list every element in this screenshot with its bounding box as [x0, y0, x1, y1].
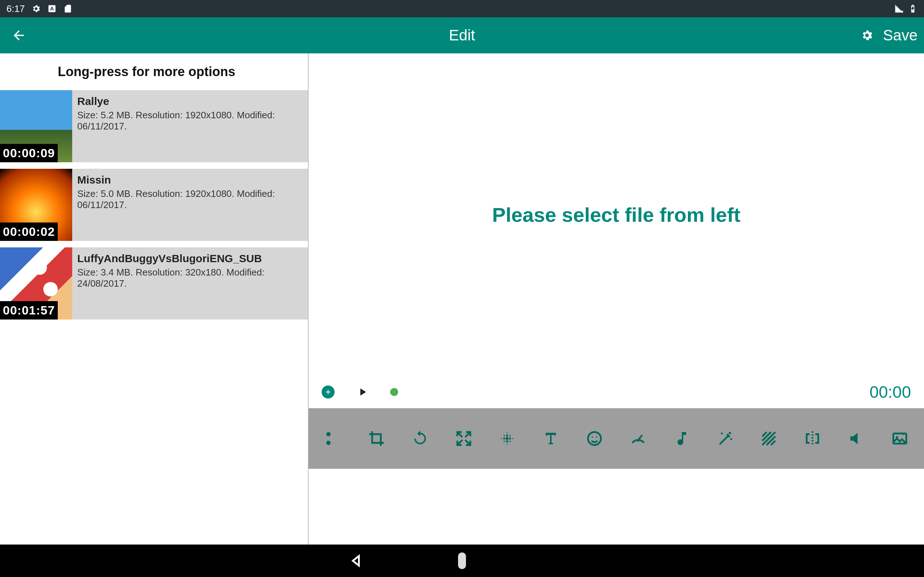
back-button[interactable] — [10, 27, 27, 44]
list-hint: Long-press for more options — [58, 53, 308, 90]
tool-effects[interactable] — [716, 429, 735, 448]
svg-point-2 — [506, 437, 509, 440]
file-list: 00:00:09 Rallye Size: 5.2 MB. Resolution… — [0, 90, 308, 326]
smile-icon — [586, 430, 603, 447]
expand-icon — [455, 430, 472, 447]
page-title: Edit — [449, 27, 475, 44]
file-detail: Size: 5.0 MB. Resolution: 1920x1080. Mod… — [77, 188, 303, 211]
preview-empty-message: Please select file from left — [492, 203, 741, 226]
svg-point-18 — [637, 440, 639, 442]
tool-fullscreen[interactable] — [454, 429, 473, 448]
sd-card-icon — [63, 4, 73, 13]
editor-pane: Please select file from left 00:00 — [309, 53, 924, 545]
nav-home-pill[interactable] — [458, 553, 466, 569]
save-button[interactable]: Save — [883, 27, 918, 44]
tool-blur[interactable] — [498, 429, 517, 448]
record-button[interactable] — [390, 388, 398, 396]
tool-volume[interactable] — [846, 429, 866, 448]
svg-point-13 — [507, 432, 508, 433]
tool-music[interactable] — [672, 429, 691, 448]
duration-badge: 00:00:09 — [0, 144, 58, 162]
image-icon — [891, 430, 908, 447]
svg-point-8 — [509, 435, 511, 436]
svg-point-14 — [507, 443, 508, 445]
record-dot-icon — [390, 388, 398, 396]
tool-speed[interactable] — [628, 429, 648, 448]
battery-charging-icon — [908, 4, 918, 13]
android-status-bar: 6:17 A — [0, 0, 924, 17]
file-thumbnail: 00:00:02 — [0, 169, 72, 241]
triangle-left-icon — [349, 554, 363, 568]
text-icon — [542, 430, 559, 447]
svg-point-5 — [506, 435, 508, 437]
svg-point-11 — [501, 438, 502, 439]
svg-point-16 — [591, 436, 593, 438]
svg-point-6 — [506, 440, 508, 443]
music-note-icon — [673, 430, 690, 447]
duration-badge: 00:00:02 — [0, 222, 58, 241]
flip-icon — [804, 430, 821, 447]
magic-wand-icon — [717, 430, 734, 447]
timeline-area[interactable] — [309, 469, 924, 545]
file-meta: Missin Size: 5.0 MB. Resolution: 1920x10… — [72, 169, 308, 241]
playback-row: 00:00 — [309, 376, 924, 408]
svg-point-9 — [504, 441, 505, 442]
signal-icon — [894, 4, 904, 13]
status-bar-left: 6:17 A — [6, 3, 73, 15]
scissors-icon — [324, 430, 341, 447]
file-list-pane: Long-press for more options 00:00:09 Ral… — [0, 53, 309, 545]
tool-cut[interactable] — [323, 429, 342, 448]
tool-mirror[interactable] — [803, 429, 822, 448]
rotate-icon — [412, 430, 429, 447]
gear-icon — [31, 4, 41, 13]
tool-texture[interactable] — [759, 429, 779, 448]
add-button[interactable] — [321, 385, 334, 398]
file-meta: Rallye Size: 5.2 MB. Resolution: 1920x10… — [72, 90, 308, 162]
file-detail: Size: 3.4 MB. Resolution: 320x180. Modif… — [77, 267, 303, 289]
duration-badge: 00:01:57 — [0, 301, 58, 319]
status-clock: 6:17 — [6, 3, 25, 15]
svg-point-4 — [509, 437, 511, 440]
keyboard-icon: A — [47, 4, 57, 13]
preview-area: Please select file from left — [309, 53, 924, 376]
gear-icon — [861, 29, 874, 42]
app-bar: Edit Save — [0, 17, 924, 53]
svg-point-17 — [596, 436, 597, 438]
tool-image[interactable] — [890, 429, 909, 448]
tool-crop[interactable] — [367, 429, 386, 448]
settings-button[interactable] — [860, 28, 874, 43]
blur-icon — [498, 430, 516, 447]
svg-point-7 — [504, 435, 505, 436]
file-thumbnail: 00:01:57 — [0, 247, 72, 319]
svg-point-3 — [503, 437, 505, 440]
nav-back-button[interactable] — [347, 553, 364, 569]
arrow-left-icon — [11, 28, 26, 43]
file-item[interactable]: 00:01:57 LuffyAndBuggyVsBlugoriENG_SUB S… — [0, 247, 308, 319]
tool-strip — [309, 408, 924, 469]
crop-icon — [368, 430, 385, 447]
file-detail: Size: 5.2 MB. Resolution: 1920x1080. Mod… — [77, 110, 303, 132]
tool-rotate[interactable] — [410, 429, 430, 448]
tool-emoji[interactable] — [585, 429, 604, 448]
file-name: Rallye — [77, 95, 303, 108]
file-name: LuffyAndBuggyVsBlugoriENG_SUB — [77, 253, 303, 265]
file-item[interactable]: 00:00:09 Rallye Size: 5.2 MB. Resolution… — [0, 90, 308, 162]
file-meta: LuffyAndBuggyVsBlugoriENG_SUB Size: 3.4 … — [72, 247, 308, 319]
status-bar-right — [894, 4, 918, 13]
file-thumbnail: 00:00:09 — [0, 90, 72, 162]
volume-icon — [848, 430, 865, 447]
svg-point-15 — [588, 432, 601, 445]
time-readout: 00:00 — [869, 382, 911, 402]
plus-circle-icon — [321, 385, 334, 398]
svg-point-12 — [512, 438, 514, 439]
svg-point-10 — [509, 441, 511, 442]
svg-text:A: A — [50, 5, 54, 11]
texture-icon — [760, 430, 777, 447]
play-button[interactable] — [356, 386, 368, 398]
tool-text[interactable] — [541, 429, 561, 448]
speedometer-icon — [630, 430, 647, 447]
android-nav-bar — [0, 545, 924, 577]
file-item[interactable]: 00:00:02 Missin Size: 5.0 MB. Resolution… — [0, 169, 308, 241]
file-name: Missin — [77, 174, 303, 186]
play-icon — [356, 386, 368, 398]
